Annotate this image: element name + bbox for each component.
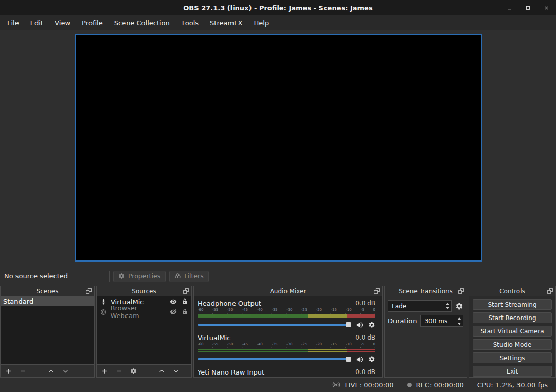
move-source-up-button[interactable] xyxy=(158,368,165,375)
move-scene-up-button[interactable] xyxy=(48,368,55,375)
spinner-down-icon xyxy=(446,307,449,309)
volume-meter xyxy=(198,314,375,316)
lock-toggle[interactable] xyxy=(182,298,188,305)
volume-meter xyxy=(198,349,375,350)
channel-settings-button[interactable] xyxy=(368,321,375,328)
controls-dock-header[interactable]: Controls xyxy=(469,286,555,296)
menu-scene-collection[interactable]: Scene Collection xyxy=(109,15,175,30)
start-virtual-camera-button[interactable]: Start Virtual Camera xyxy=(473,326,552,337)
duration-label: Duration xyxy=(388,317,417,325)
visibility-toggle[interactable] xyxy=(170,298,177,305)
scenes-dock-header[interactable]: Scenes xyxy=(1,286,94,296)
channel-db-value: 0.0 dB xyxy=(355,300,375,307)
maximize-button[interactable] xyxy=(524,4,531,11)
move-scene-down-button[interactable] xyxy=(62,368,69,375)
mute-button[interactable] xyxy=(356,356,364,363)
channel-name: Headphone Output xyxy=(198,300,261,307)
rec-time: REC: 00:00:00 xyxy=(416,381,464,389)
minimize-button[interactable] xyxy=(506,4,513,11)
combo-spinner xyxy=(443,301,451,311)
sources-toolbar xyxy=(97,364,191,377)
lock-toggle[interactable] xyxy=(182,309,188,315)
plus-icon xyxy=(101,368,108,375)
source-item-browser-webcam[interactable]: Browser Webcam xyxy=(97,307,191,317)
channel-db-value: 0.0 dB xyxy=(355,368,375,376)
duration-increase-button[interactable] xyxy=(458,316,461,320)
add-source-button[interactable] xyxy=(101,368,108,375)
live-status: LIVE: 00:00:00 xyxy=(332,381,393,389)
gear-icon xyxy=(368,321,375,328)
scenes-dock-title: Scenes xyxy=(37,288,59,295)
visibility-toggle[interactable] xyxy=(170,308,177,315)
close-button[interactable] xyxy=(543,4,550,11)
controls-dock: Controls Start Streaming Start Recording… xyxy=(469,286,556,378)
volume-meter xyxy=(198,316,375,318)
live-time: LIVE: 00:00:00 xyxy=(345,381,393,389)
mixer-channel-virtualmic: VirtualMic 0.0 dB -60-55-50-45-40-35-30-… xyxy=(198,333,375,364)
controls-dock-title: Controls xyxy=(499,288,525,295)
menu-file[interactable]: File xyxy=(2,15,25,30)
volume-slider[interactable] xyxy=(198,324,351,326)
filters-label: Filters xyxy=(184,272,203,280)
settings-button[interactable]: Settings xyxy=(473,352,552,363)
transition-select[interactable]: Fade xyxy=(388,300,452,312)
gear-icon xyxy=(130,368,137,375)
gear-icon xyxy=(118,273,125,279)
studio-mode-button[interactable]: Studio Mode xyxy=(473,339,552,350)
spinner-down-icon xyxy=(458,323,461,325)
properties-button[interactable]: Properties xyxy=(113,271,166,282)
menu-tools[interactable]: Tools xyxy=(175,15,204,30)
spinner-up-icon xyxy=(458,317,461,320)
remove-source-button[interactable] xyxy=(116,368,122,375)
start-streaming-button[interactable]: Start Streaming xyxy=(473,299,552,310)
duration-spinbox[interactable]: 300 ms xyxy=(420,315,463,327)
broadcast-icon xyxy=(332,381,340,389)
spinner-up-icon xyxy=(446,303,449,305)
start-recording-button[interactable]: Start Recording xyxy=(473,312,552,323)
popout-icon[interactable] xyxy=(183,288,189,294)
transition-properties-button[interactable] xyxy=(455,302,463,310)
chevron-down-icon xyxy=(62,368,69,375)
no-source-selected-text: No source selected xyxy=(4,272,68,280)
record-dot-icon xyxy=(407,383,412,387)
preview-canvas[interactable] xyxy=(75,34,482,262)
scenes-dock: Scenes Standard xyxy=(0,286,95,378)
popout-icon[interactable] xyxy=(547,288,553,294)
window-controls xyxy=(506,0,550,15)
meter-scale: -60-55-50-45-40-35-30-25-20-15-10-50 xyxy=(198,342,375,347)
menu-edit[interactable]: Edit xyxy=(25,15,49,30)
minus-icon xyxy=(20,368,26,375)
sources-dock-header[interactable]: Sources xyxy=(97,286,191,296)
move-source-down-button[interactable] xyxy=(173,368,180,375)
channel-settings-button[interactable] xyxy=(368,356,375,363)
rec-status: REC: 00:00:00 xyxy=(407,381,464,389)
add-scene-button[interactable] xyxy=(5,368,12,375)
meter-ticks xyxy=(198,347,375,348)
filters-button[interactable]: Filters xyxy=(169,271,208,282)
slider-handle[interactable] xyxy=(346,357,351,362)
menu-profile[interactable]: Profile xyxy=(76,15,109,30)
scene-transitions-dock-header[interactable]: Scene Transitions xyxy=(385,286,467,296)
audio-mixer-body: Headphone Output 0.0 dB -60-55-50-45-40-… xyxy=(194,296,382,377)
menu-streamfx[interactable]: StreamFX xyxy=(204,15,248,30)
source-properties-button[interactable] xyxy=(130,368,137,375)
audio-mixer-dock: Audio Mixer Headphone Output 0.0 dB -60-… xyxy=(193,286,383,378)
exit-button[interactable]: Exit xyxy=(473,366,552,377)
volume-slider[interactable] xyxy=(198,358,351,360)
window-title: OBS 27.1.3 (linux) - Profile: James - Sc… xyxy=(183,4,372,12)
popout-icon[interactable] xyxy=(458,288,464,294)
source-name: Browser Webcam xyxy=(110,304,166,320)
scene-item-standard[interactable]: Standard xyxy=(1,296,94,306)
popout-icon[interactable] xyxy=(85,288,92,294)
remove-scene-button[interactable] xyxy=(20,368,26,375)
popout-icon[interactable] xyxy=(373,288,380,294)
audio-mixer-dock-header[interactable]: Audio Mixer xyxy=(194,286,382,296)
eye-slash-icon xyxy=(170,308,177,315)
mute-button[interactable] xyxy=(356,321,364,329)
duration-decrease-button[interactable] xyxy=(458,322,461,326)
slider-handle[interactable] xyxy=(346,322,351,327)
menu-view[interactable]: View xyxy=(49,15,76,30)
menu-help[interactable]: Help xyxy=(248,15,275,30)
speaker-icon xyxy=(356,356,364,363)
lock-icon xyxy=(182,309,188,315)
